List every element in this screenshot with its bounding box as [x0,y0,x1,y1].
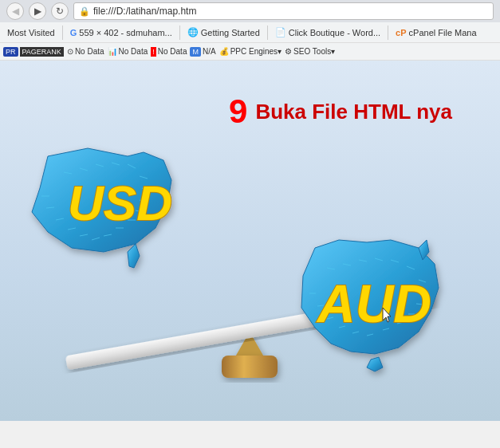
bookmark-google[interactable]: G 559 × 402 - sdmuham... [66,26,176,39]
ppc-icon: 💰 [219,47,229,56]
google-icon: G [70,28,77,37]
back-button[interactable]: ◀ [6,2,24,20]
cpanel-label: cPanel File Mana [409,28,477,37]
seo-tools-label: SEO Tools▾ [293,47,335,56]
bar-chart-icon: 📊 [108,47,117,56]
svg-text:AUD: AUD [316,274,431,333]
click-boutique-icon: 📄 [275,27,286,37]
most-visited-label: Most Visited [7,28,55,37]
bookmark-cpanel[interactable]: cP cPanel File Mana [392,26,480,39]
no-data-2-item: 📊 No Data [108,47,148,56]
no-data-2-label: No Data [119,47,148,56]
ppc-label: PPC Engines▾ [230,47,281,56]
na-item: M N/A [190,47,215,57]
seo-tools-icon: ⚙ [285,47,292,56]
title-bar: ◀ ▶ ↻ 🔒 file:///D:/latihan/map.htm [0,0,500,22]
separator-3 [267,26,268,40]
no-data-3-icon: ! [151,47,156,57]
na-label: N/A [203,47,216,56]
separator-4 [388,26,388,40]
annotation: 9 Buka File HTML nya [229,92,452,131]
ppc-item[interactable]: 💰 PPC Engines▾ [219,47,281,56]
bookmark-getting-started[interactable]: 🌐 Getting Started [183,26,264,39]
seo-tools-item[interactable]: ⚙ SEO Tools▾ [285,47,335,56]
address-text: file:///D:/latihan/map.htm [93,6,196,17]
m-icon: M [190,47,201,57]
circle-icon-1: ⊙ [67,47,73,56]
click-boutique-label: Click Boutique - Word... [289,28,380,37]
pagerank-item: PR PAGERANK [3,47,64,57]
getting-started-label: Getting Started [201,28,260,37]
getting-started-icon: 🌐 [187,27,199,37]
svg-text:USD: USD [68,175,172,230]
lock-icon: 🔒 [79,6,90,17]
no-data-3-label: No Data [158,47,187,56]
no-data-3-item: ! No Data [151,47,187,57]
browser-chrome: ◀ ▶ ↻ 🔒 file:///D:/latihan/map.htm Most … [0,0,500,61]
annotation-text: Buka File HTML nya [255,100,452,124]
bookmark-click-boutique[interactable]: 📄 Click Boutique - Word... [271,26,384,39]
pagerank-badge: PR [3,47,18,57]
forward-button[interactable]: ▶ [29,2,46,20]
address-bar[interactable]: 🔒 file:///D:/latihan/map.htm [73,2,494,20]
bookmark-most-visited[interactable]: Most Visited [3,26,59,39]
seo-bar: PR PAGERANK ⊙ No Data 📊 No Data ! No Dat… [0,43,500,61]
separator-2 [179,26,180,40]
bookmarks-bar: Most Visited G 559 × 402 - sdmuham... 🌐 … [0,22,500,43]
annotation-number: 9 [229,92,247,131]
svg-rect-2 [222,356,278,378]
no-data-1-item: ⊙ No Data [67,47,104,56]
no-data-1-label: No Data [75,47,104,56]
cpanel-icon: cP [396,28,406,37]
resolution-label: 559 × 402 - sdmuham... [79,28,171,37]
pagerank-label: PAGERANK [20,47,64,57]
separator-1 [62,26,63,40]
content-area: 9 Buka File HTML nya [0,61,500,421]
reload-button[interactable]: ↻ [51,2,69,20]
